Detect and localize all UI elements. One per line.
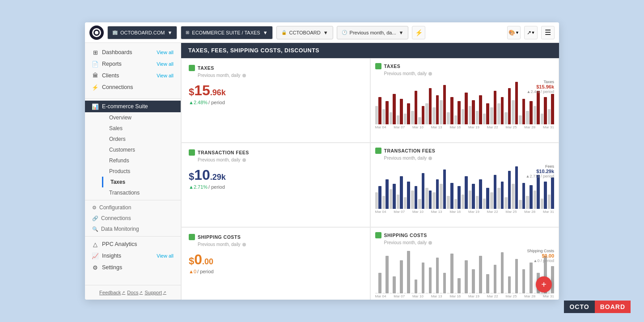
info-dot-5 <box>242 243 246 246</box>
file-icon: 📄 <box>92 61 98 67</box>
sidebar-footer: Feedback ↗ Docs ↗ Support ↗ <box>85 285 181 300</box>
taxes-chart-subtitle: Previous month, daily <box>384 71 555 76</box>
taxes-icon <box>189 65 195 71</box>
fees-value-area: $10.29k ▲2.71% / period <box>189 162 363 190</box>
shipping-chart-icon <box>375 232 381 238</box>
taxes-chart-header: TAXES <box>375 63 555 69</box>
sidebar-item-reports[interactable]: 📄 Reports View all <box>85 58 181 70</box>
fees-legend: Fees $10.29k ▲2.71s / period <box>526 164 554 178</box>
info-dot-2 <box>428 72 432 76</box>
sidebar-item-ppc[interactable]: △ PPC Analytics <box>85 238 181 250</box>
taxes-chart-card: TAXES Previous month, daily Taxes $15.96… <box>370 58 559 143</box>
logo-button[interactable] <box>89 25 104 40</box>
shipping-value-area: $0.00 ▲0 / period <box>189 247 363 274</box>
brand-octo: OCTO <box>564 301 594 313</box>
docs-link[interactable]: Docs ↗ <box>127 290 143 295</box>
sidebar-submenu: Overview Sales Orders Customers Refunds <box>85 112 181 198</box>
shipping-chart-subtitle: Previous month, daily <box>384 240 555 245</box>
suite-selector[interactable]: ⊞ ECOMMERCE SUITE / TAXES ▼ <box>181 26 272 39</box>
sidebar-item-transactions[interactable]: Transactions <box>102 187 181 198</box>
share-button[interactable]: ↗ ▼ <box>524 26 538 39</box>
shipping-chart-header: SHIPPING COSTS <box>375 232 555 238</box>
grid-icon: ⊞ <box>92 49 98 55</box>
sidebar-item-ecommerce[interactable]: 📊 E-commerce Suite <box>85 101 181 112</box>
sidebar-item-configuration[interactable]: ⚙ Configuration <box>85 202 181 213</box>
theme-button[interactable]: 🎨 ▼ <box>507 26 521 39</box>
info-dot-6 <box>428 241 432 245</box>
ecommerce-icon: 📊 <box>92 103 98 110</box>
shipping-x-labels: Mar 04Mar 07Mar 10Mar 13Mar 16Mar 19Mar … <box>375 294 555 298</box>
taxes-big-value: $15.96k <box>189 82 363 99</box>
top-bar: 🏢 OCTOBOARD.COM ▼ ⊞ ECOMMERCE SUITE / TA… <box>85 22 559 43</box>
brand-badge: OCTO BOARD <box>564 301 631 313</box>
shipping-icon <box>189 234 195 240</box>
fees-chart: Fees $10.29k ▲2.71s / period Mar 04Mar 0… <box>375 164 555 222</box>
taxes-x-labels: Mar 04Mar 07Mar 10Mar 13Mar 16Mar 19Mar … <box>375 125 555 129</box>
fees-icon <box>189 149 195 156</box>
brand-board: BOARD <box>595 301 631 313</box>
sidebar-item-connections-sub[interactable]: 🔗 Connections <box>85 213 181 224</box>
info-dot-4 <box>428 157 432 160</box>
content-area: TAXES, FEES, SHIPPING COSTS, DISCOUNTS T… <box>181 43 559 300</box>
fees-chart-subtitle: Previous month, daily <box>384 156 555 161</box>
sidebar-item-sales[interactable]: Sales <box>102 123 181 134</box>
shipping-header: SHIPPING COSTS <box>189 234 363 240</box>
sidebar-item-overview[interactable]: Overview <box>102 112 181 123</box>
sidebar-item-taxes[interactable]: Taxes <box>102 177 181 187</box>
fees-chart-header: TRANSACTION FEES <box>375 148 555 154</box>
section-header: TAXES, FEES, SHIPPING COSTS, DISCOUNTS <box>181 43 559 58</box>
sidebar-item-refunds[interactable]: Refunds <box>102 155 181 166</box>
taxes-header: TAXES <box>189 65 363 71</box>
insights-icon: 📈 <box>92 253 98 259</box>
sidebar-item-orders[interactable]: Orders <box>102 134 181 144</box>
settings-icon: ⚙ <box>92 264 98 271</box>
add-fab-button[interactable]: + <box>536 276 552 292</box>
taxes-value-card: TAXES Previous month, daily $15.96k ▲2.4… <box>181 58 370 143</box>
clients-icon: 🏛 <box>92 72 98 79</box>
domain-selector[interactable]: 🏢 OCTOBOARD.COM ▼ <box>107 26 177 39</box>
sidebar-item-products[interactable]: Products <box>102 166 181 177</box>
sidebar: ⊞ Dashboards View all 📄 Reports View all… <box>85 43 181 300</box>
fab-container: + <box>181 273 559 292</box>
sidebar-item-insights[interactable]: 📈 Insights View all <box>85 250 181 262</box>
taxes-change: ▲2.48% / period <box>189 100 363 105</box>
fees-chart-icon <box>375 148 381 154</box>
fees-value-card: TRANSACTION FEES Previous month, daily $… <box>181 143 370 227</box>
taxes-subtitle: Previous month, daily <box>198 73 363 78</box>
fees-big-value: $10.29k <box>189 167 363 183</box>
sidebar-divider <box>85 98 181 99</box>
fees-change: ▲2.71% / period <box>189 184 363 190</box>
sidebar-item-connections[interactable]: ⚡ Connections <box>85 81 181 93</box>
sidebar-divider-2 <box>85 200 181 200</box>
sidebar-item-clients[interactable]: 🏛 Clients View all <box>85 70 181 81</box>
client-selector[interactable]: 🔒 CCTOBOARD ▼ <box>276 26 333 39</box>
fees-x-labels: Mar 04Mar 07Mar 10Mar 13Mar 16Mar 19Mar … <box>375 210 555 214</box>
sidebar-item-customers[interactable]: Customers <box>102 144 181 155</box>
sidebar-item-data-monitoring[interactable]: 🔍 Data Monitoring <box>85 224 181 234</box>
fees-subtitle: Previous month, daily <box>198 157 363 162</box>
taxes-value-area: $15.96k ▲2.48% / period <box>189 78 363 105</box>
taxes-chart-icon <box>375 63 381 69</box>
shipping-subtitle: Previous month, daily <box>198 242 363 247</box>
menu-button[interactable]: ☰ <box>541 26 555 39</box>
sidebar-item-dashboards[interactable]: ⊞ Dashboards View all <box>85 47 181 58</box>
info-dot-3 <box>242 158 246 162</box>
ppc-icon: △ <box>92 241 98 247</box>
fees-header: TRANSACTION FEES <box>189 149 363 156</box>
period-selector[interactable]: 🕐 Previous month, da... ▼ <box>337 26 409 39</box>
metrics-grid: TAXES Previous month, daily $15.96k ▲2.4… <box>181 58 559 300</box>
support-link[interactable]: Support ↗ <box>144 290 166 295</box>
info-dot <box>242 74 246 77</box>
sidebar-divider-3 <box>85 236 181 237</box>
connection-icon: ⚡ <box>92 84 98 90</box>
sidebar-item-settings[interactable]: ⚙ Settings <box>85 262 181 273</box>
fees-chart-card: TRANSACTION FEES Previous month, daily F… <box>370 143 559 227</box>
shipping-legend: Shipping Costs $0.00 ▲0 / period <box>527 249 554 263</box>
taxes-legend: Taxes $15.96k ▲2.4rs / period <box>527 80 554 94</box>
notification-button[interactable]: ⚡ <box>412 26 425 39</box>
taxes-chart: Taxes $15.96k ▲2.4rs / period Mar 04Mar … <box>375 80 555 138</box>
shipping-big-value: $0.00 <box>189 251 363 268</box>
feedback-link[interactable]: Feedback ↗ <box>99 290 125 295</box>
